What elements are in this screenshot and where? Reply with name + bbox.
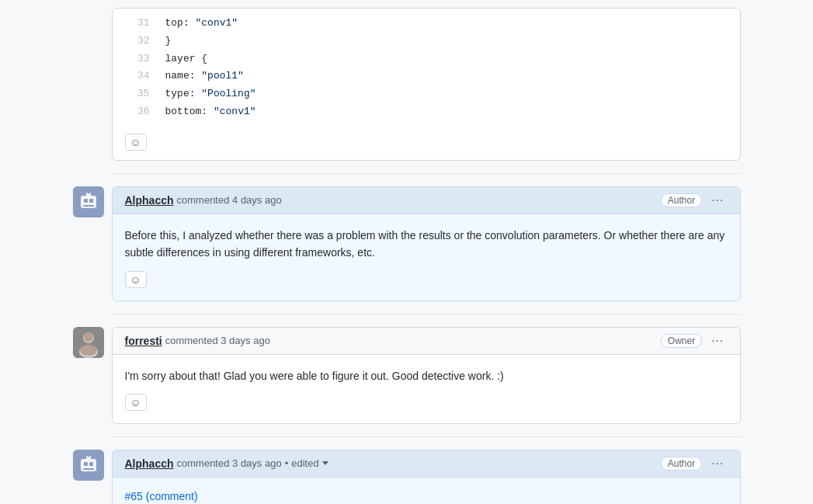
emoji-button-1[interactable]: ☺ (125, 271, 147, 288)
svg-rect-15 (89, 462, 93, 466)
comment-thread: 31 top: "conv1" 32 } 33 layer { (57, 8, 756, 504)
comment-header-right-1: Author ··· (661, 193, 728, 207)
comment-row-3: Alphacch commented 3 days ago • edited A… (73, 450, 741, 504)
comment-header-left-1: Alphacch commented 4 days ago (125, 194, 282, 207)
code-line-35: 35 type: "Pooling" (113, 85, 740, 103)
svg-point-11 (80, 345, 97, 356)
code-emoji-area: ☺ (113, 127, 740, 160)
comment-username-2[interactable]: forresti (125, 335, 162, 347)
comment-box-1: Alphacch commented 4 days ago Author ···… (112, 186, 741, 301)
comment-meta-1: commented 4 days ago (177, 194, 282, 206)
ellipsis-button-2[interactable]: ··· (708, 334, 727, 348)
owner-badge-2: Owner (661, 334, 702, 348)
string-val-34: "pool1" (201, 70, 244, 82)
line-num-32: 32 (125, 33, 150, 50)
ellipsis-button-1[interactable]: ··· (708, 193, 727, 207)
svg-point-6 (87, 191, 89, 193)
comment-username-1[interactable]: Alphacch (125, 194, 174, 207)
svg-point-18 (87, 454, 89, 457)
line-code-32: } (165, 33, 172, 50)
comment-header-3: Alphacch commented 3 days ago • edited A… (113, 450, 740, 478)
line-code-36: bottom: "conv1" (165, 104, 256, 120)
code-line-33: 33 layer { (113, 50, 740, 68)
avatar-3 (73, 450, 104, 481)
comment-meta-dot-3: • (285, 457, 289, 469)
comment-box-3: Alphacch commented 3 days ago • edited A… (112, 450, 741, 504)
line-code-31: top: "conv1" (165, 16, 238, 32)
line-num-33: 33 (125, 51, 150, 68)
svg-point-10 (84, 332, 93, 342)
comment-body-3: #65 (comment) (113, 478, 740, 504)
svg-rect-16 (83, 468, 94, 470)
author-badge-1: Author (661, 193, 702, 207)
separator-2 (112, 314, 741, 315)
comment-header-2: forresti commented 3 days ago Owner ··· (113, 328, 740, 355)
comment-header-1: Alphacch commented 4 days ago Author ··· (113, 187, 740, 214)
code-line-32: 32 } (113, 33, 740, 50)
line-num-35: 35 (125, 86, 150, 103)
avatar-col-2 (73, 327, 112, 424)
svg-rect-14 (84, 462, 88, 466)
line-code-35: type: "Pooling" (165, 86, 256, 103)
line-code-34: name: "pool1" (165, 68, 244, 85)
avatar-2 (73, 327, 104, 358)
code-line-36: 36 bottom: "conv1" (113, 103, 740, 121)
avatar-robot-icon-3 (73, 450, 104, 481)
ellipsis-button-3[interactable]: ··· (708, 457, 727, 471)
code-content: 31 top: "conv1" 32 } 33 layer { (113, 9, 740, 127)
emoji-button-code[interactable]: ☺ (125, 134, 147, 151)
comment-header-left-2: forresti commented 3 days ago (125, 335, 270, 347)
string-val: "conv1" (196, 17, 238, 29)
avatar-col-1 (73, 186, 112, 301)
code-line-34: 34 name: "pool1" (113, 68, 740, 85)
author-badge-3: Author (661, 457, 702, 471)
code-area: 31 top: "conv1" 32 } 33 layer { (112, 8, 741, 161)
comment-row-1: Alphacch commented 4 days ago Author ···… (73, 186, 741, 301)
page-wrapper: 31 top: "conv1" 32 } 33 layer { (0, 0, 813, 504)
edited-label: edited (291, 457, 318, 469)
comment-body-1: Before this, I analyzed whether there wa… (113, 214, 740, 301)
avatar-robot-icon (73, 186, 104, 217)
comment-link-ref-3[interactable]: #65 (comment) (125, 490, 198, 502)
comment-body-2: I'm sorry about that! Glad you were able… (113, 355, 740, 423)
edited-button-3[interactable]: edited (291, 457, 328, 469)
comment-header-left-3: Alphacch commented 3 days ago • edited (125, 457, 328, 470)
code-line-31: 31 top: "conv1" (113, 15, 740, 33)
avatar-1 (73, 186, 104, 217)
svg-rect-4 (83, 205, 94, 207)
comment-meta-3: commented 3 days ago (177, 457, 282, 469)
comment-header-right-3: Author ··· (661, 457, 728, 471)
comment-text-1: Before this, I analyzed whether there wa… (125, 227, 728, 262)
comment-row-2: forresti commented 3 days ago Owner ··· … (73, 327, 741, 424)
string-val-36: "conv1" (214, 106, 256, 117)
line-num-31: 31 (125, 16, 150, 32)
separator-1 (112, 173, 741, 174)
comment-username-3[interactable]: Alphacch (125, 457, 174, 470)
comment-header-right-2: Owner ··· (661, 334, 728, 348)
line-num-34: 34 (125, 68, 150, 85)
separator-3 (112, 436, 741, 437)
comment-text-2: I'm sorry about that! Glad you were able… (125, 367, 728, 384)
chevron-down-icon (322, 461, 328, 465)
code-section: 31 top: "conv1" 32 } 33 layer { (73, 8, 741, 161)
avatar-person-icon (73, 327, 104, 358)
avatar-col-3 (73, 450, 112, 504)
svg-rect-2 (84, 199, 88, 203)
comment-meta-2: commented 3 days ago (165, 335, 270, 346)
svg-rect-3 (89, 199, 93, 203)
avatar-col-code (73, 8, 112, 161)
line-num-36: 36 (125, 104, 150, 120)
emoji-button-2[interactable]: ☺ (125, 394, 147, 411)
line-code-33: layer { (165, 51, 208, 68)
comment-box-2: forresti commented 3 days ago Owner ··· … (112, 327, 741, 424)
string-val-35: "Pooling" (201, 88, 255, 99)
